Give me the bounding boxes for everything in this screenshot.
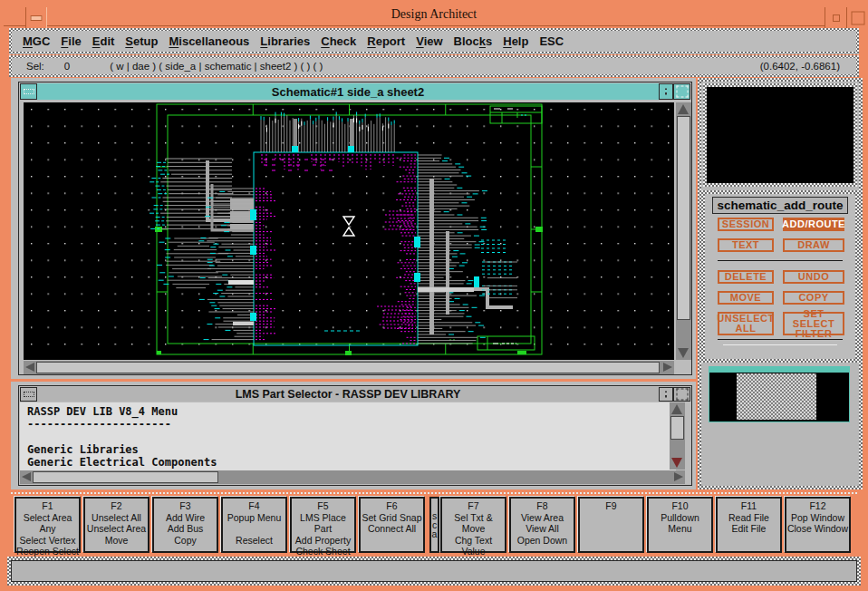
menu-item-esc[interactable]: ESC — [539, 34, 564, 48]
menu-item-blocks[interactable]: Blocks — [454, 34, 493, 48]
hscroll-thumb[interactable] — [33, 471, 218, 483]
design-architect-root: { "window": { "main_title": "Design Arch… — [0, 0, 868, 591]
function-key-f11[interactable]: F11Read FileEdit File — [716, 497, 782, 553]
menu-item-miscellaneous[interactable]: Miscellaneous — [169, 34, 249, 48]
schematic-vscrollbar[interactable] — [676, 102, 691, 360]
function-key-f3[interactable]: F3Add WireAdd BusCopy — [152, 497, 218, 553]
scroll-left-arrow[interactable] — [25, 363, 34, 372]
part-selector-hscrollbar[interactable] — [20, 470, 685, 484]
palette-button-set-select-filter[interactable]: SET SELECT FILTER — [783, 312, 844, 335]
part-selector-vscrollbar[interactable] — [670, 402, 685, 470]
minimize-icon — [665, 89, 667, 95]
menu-item-setup[interactable]: Setup — [125, 34, 158, 48]
hscroll-thumb[interactable] — [36, 362, 660, 373]
menu-item-edit[interactable]: Edit — [92, 34, 115, 48]
function-key-f9[interactable]: F9 — [578, 497, 644, 553]
statusbar-frame: Sel: 0 ( w | dae ) ( side_a | schematic … — [9, 55, 859, 77]
minimap[interactable] — [709, 366, 850, 422]
scroll-down-arrow[interactable] — [678, 348, 689, 358]
minimize-button[interactable] — [825, 7, 848, 28]
window-menu-button[interactable] — [25, 7, 47, 28]
schematic-titlebar[interactable]: Schematic#1 side_a sheet2 — [20, 83, 690, 100]
part-selector-line[interactable]: Generic Electrical Components — [27, 456, 676, 469]
palette-button-move[interactable]: MOVE — [718, 291, 774, 305]
scroll-right-arrow[interactable] — [674, 472, 683, 481]
function-keys: F1Select Area AnySelect VertexReopen Sel… — [11, 497, 857, 553]
part-selector-window-frame[interactable]: LMS Part Selector - RASSP DEV LIBRARY RA… — [11, 382, 696, 489]
window-menu-icon — [24, 89, 34, 94]
scroll-left-arrow[interactable] — [22, 472, 31, 481]
function-key-f2[interactable]: F2Unselect AllUnselect AreaMove — [83, 497, 149, 553]
schematic-window-frame[interactable]: Schematic#1 side_a sheet2 — [11, 78, 696, 379]
palette-separator — [718, 260, 843, 261]
window-menu-icon — [24, 392, 34, 397]
part-selector-minimize-button[interactable] — [659, 387, 673, 402]
palette-column: schematic_add_route SESSIONADD/ROUTETEXT… — [701, 82, 859, 486]
schematic-minimize-button[interactable] — [659, 83, 673, 100]
part-selector-maximize-button[interactable] — [673, 387, 690, 402]
palette-button-copy[interactable]: COPY — [783, 291, 844, 305]
selection-count-value: 0 — [64, 61, 70, 72]
part-selector-line[interactable]: ---------------------- — [27, 418, 676, 431]
palette-button-unselect-all[interactable]: UNSELECT ALL — [718, 312, 774, 335]
palette-body: schematic_add_route SESSIONADD/ROUTETEXT… — [705, 194, 855, 359]
palette-button-session[interactable]: SESSION — [718, 218, 774, 231]
menubar-frame: MGCFileEditSetupMiscellaneousLibrariesCh… — [9, 28, 859, 54]
function-key-f4[interactable]: F4Popup Menu Reselect — [221, 497, 287, 553]
schematic-hscrollbar[interactable] — [24, 361, 674, 374]
selection-count-label: Sel: — [26, 61, 44, 72]
menu-item-help[interactable]: Help — [503, 34, 528, 48]
part-selector-window: LMS Part Selector - RASSP DEV LIBRARY RA… — [18, 385, 692, 486]
scroll-up-arrow[interactable] — [671, 404, 682, 414]
menu-item-file[interactable]: File — [61, 34, 81, 48]
schematic-window: Schematic#1 side_a sheet2 — [18, 82, 692, 375]
scroll-up-arrow[interactable] — [678, 104, 689, 114]
preview-box-frame — [703, 83, 857, 187]
palette-separator — [723, 344, 837, 345]
maximize-button[interactable] — [846, 7, 868, 28]
message-bar — [11, 560, 857, 582]
palette-button-text[interactable]: TEXT — [718, 238, 774, 252]
minimap-viewport-indicator[interactable] — [737, 373, 816, 420]
schematic-maximize-button[interactable] — [673, 83, 690, 100]
maximize-icon — [852, 11, 865, 24]
part-selector-title: LMS Part Selector - RASSP DEV LIBRARY — [37, 388, 659, 401]
scroll-down-arrow[interactable] — [671, 458, 682, 468]
part-selector-window-menu-button[interactable] — [20, 387, 37, 402]
palette-buttons: SESSIONADD/ROUTETEXTDRAWDELETEUNDOMOVECO… — [705, 194, 855, 359]
palette-button-undo[interactable]: UNDO — [783, 270, 844, 284]
minimap-titlebar — [709, 367, 849, 373]
function-key-f12[interactable]: F12Pop WindowClose Window — [785, 497, 851, 553]
schematic-window-title: Schematic#1 side_a sheet2 — [37, 85, 659, 99]
part-selector-line[interactable] — [27, 431, 676, 443]
palette-separator — [718, 339, 843, 340]
function-key-f5[interactable]: F5LMS Place PartAdd PropertyCheck Sheet — [290, 497, 356, 553]
part-selector-line[interactable]: RASSP DEV LIB V8_4 Menu — [27, 405, 676, 418]
part-selector-titlebar[interactable]: LMS Part Selector - RASSP DEV LIBRARY — [20, 387, 690, 402]
palette-button-add-route[interactable]: ADD/ROUTE — [783, 218, 844, 231]
menu-item-mgc[interactable]: MGC — [23, 34, 50, 48]
function-key-f7[interactable]: F7Sel Txt & MoveChg Text ValueOpen Up — [440, 497, 506, 553]
menu-item-check[interactable]: Check — [321, 34, 356, 48]
main-window-title: Design Architect — [4, 4, 864, 25]
menu-item-view[interactable]: View — [416, 34, 442, 48]
part-selector-line[interactable]: Generic Libraries — [27, 443, 676, 456]
part-selector-list[interactable]: RASSP DEV LIB V8_4 Menu-----------------… — [20, 402, 676, 472]
palette-button-draw[interactable]: DRAW — [783, 238, 844, 252]
function-key-f10[interactable]: F10Pulldown Menu — [647, 497, 713, 553]
schematic-window-menu-button[interactable] — [20, 83, 37, 100]
function-key-bar: F1Select Area AnySelect VertexReopen Sel… — [11, 492, 857, 554]
function-key-f1[interactable]: F1Select Area AnySelect VertexReopen Sel… — [14, 497, 81, 553]
minimize-icon — [833, 15, 840, 22]
menu-item-libraries[interactable]: Libraries — [260, 34, 310, 48]
scroll-right-arrow[interactable] — [663, 363, 672, 372]
vscroll-thumb[interactable] — [677, 116, 690, 320]
schematic-canvas[interactable] — [24, 102, 674, 360]
function-key-f8[interactable]: F8View AreaView AllOpen Down — [509, 497, 575, 553]
main-titlebar[interactable]: Design Architect — [4, 4, 864, 26]
maximize-icon — [676, 86, 688, 98]
vscroll-thumb[interactable] — [670, 416, 684, 440]
menu-item-report[interactable]: Report — [367, 34, 405, 48]
palette-button-delete[interactable]: DELETE — [718, 270, 774, 284]
function-key-f6[interactable]: F6Set Grid SnapConnect All — [359, 497, 425, 553]
